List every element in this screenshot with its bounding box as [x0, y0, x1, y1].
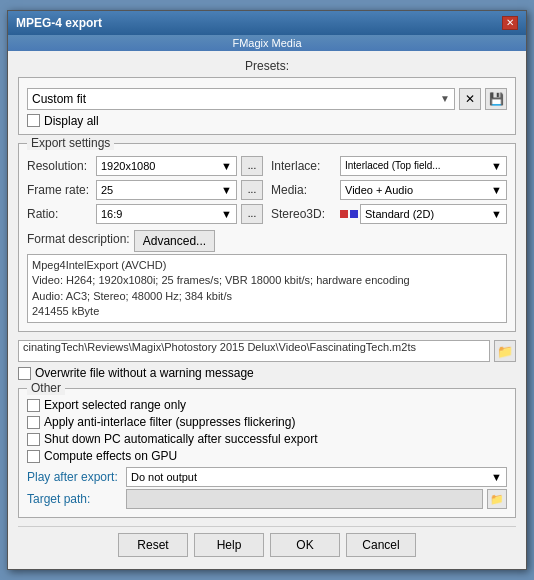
- ratio-dropdown[interactable]: 16:9 ▼: [96, 204, 237, 224]
- frame-rate-value: 25: [101, 184, 113, 196]
- other-group-title: Other: [27, 381, 65, 395]
- stereo3d-label: Stereo3D:: [271, 207, 336, 221]
- browse-button[interactable]: 📁: [494, 340, 516, 362]
- resolution-dropdown-arrow: ▼: [221, 160, 232, 172]
- format-description-label: Format description:: [27, 230, 130, 246]
- other-option-3: Compute effects on GPU: [27, 449, 507, 463]
- media-dropdown[interactable]: Video + Audio ▼: [340, 180, 507, 200]
- overwrite-label: Overwrite file without a warning message: [35, 366, 254, 380]
- gpu-label: Compute effects on GPU: [44, 449, 177, 463]
- anti-interlace-label: Apply anti-interlace filter (suppresses …: [44, 415, 295, 429]
- bottom-buttons: Reset Help OK Cancel: [18, 526, 516, 561]
- export-settings-title: Export settings: [27, 136, 114, 150]
- interlace-row: Interlace: Interlaced (Top field... ▼: [271, 156, 507, 176]
- shutdown-label: Shut down PC automatically after success…: [44, 432, 317, 446]
- interlace-value: Interlaced (Top field...: [345, 160, 441, 171]
- format-description-row: Format description: Advanced...: [27, 230, 507, 252]
- display-all-checkbox[interactable]: [27, 114, 40, 127]
- target-path-input[interactable]: [126, 489, 483, 509]
- window-title: MPEG-4 export: [16, 16, 102, 30]
- file-path-value: cinatingTech\Reviews\Magix\Photostory 20…: [23, 341, 416, 353]
- title-bar: MPEG-4 export ✕: [8, 11, 526, 35]
- export-range-label: Export selected range only: [44, 398, 186, 412]
- title-bar-controls: ✕: [502, 16, 518, 30]
- settings-right-col: Interlace: Interlaced (Top field... ▼ Me…: [271, 156, 507, 224]
- app-banner: FMagix Media: [8, 35, 526, 51]
- other-option-1: Apply anti-interlace filter (suppresses …: [27, 415, 507, 429]
- resolution-row: Resolution: 1920x1080 ▼ ...: [27, 156, 263, 176]
- play-after-label: Play after export:: [27, 470, 122, 484]
- media-dropdown-arrow: ▼: [491, 184, 502, 196]
- resolution-label: Resolution:: [27, 159, 92, 173]
- play-after-dropdown-arrow: ▼: [491, 471, 502, 483]
- presets-dropdown-arrow: ▼: [440, 93, 450, 104]
- help-button[interactable]: Help: [194, 533, 264, 557]
- settings-left-col: Resolution: 1920x1080 ▼ ... Frame rate: …: [27, 156, 263, 224]
- media-row: Media: Video + Audio ▼: [271, 180, 507, 200]
- close-button[interactable]: ✕: [502, 16, 518, 30]
- resolution-dropdown[interactable]: 1920x1080 ▼: [96, 156, 237, 176]
- interlace-dropdown-arrow: ▼: [491, 160, 502, 172]
- banner-text: FMagix Media: [232, 37, 301, 49]
- anti-interlace-checkbox[interactable]: [27, 416, 40, 429]
- file-path-row: cinatingTech\Reviews\Magix\Photostory 20…: [18, 340, 516, 362]
- other-option-2: Shut down PC automatically after success…: [27, 432, 507, 446]
- ratio-extra-button[interactable]: ...: [241, 204, 263, 224]
- ratio-label: Ratio:: [27, 207, 92, 221]
- main-window: MPEG-4 export ✕ FMagix Media Presets: Cu…: [7, 10, 527, 571]
- reset-button[interactable]: Reset: [118, 533, 188, 557]
- ratio-value: 16:9: [101, 208, 122, 220]
- cancel-button[interactable]: Cancel: [346, 533, 416, 557]
- presets-group: Custom fit ▼ ✕ 💾 Display all: [18, 77, 516, 135]
- play-after-row: Play after export: Do not output ▼: [27, 467, 507, 487]
- target-path-label: Target path:: [27, 492, 122, 506]
- stereo3d-dropdown-arrow: ▼: [491, 208, 502, 220]
- presets-clear-button[interactable]: ✕: [459, 88, 481, 110]
- presets-dropdown[interactable]: Custom fit ▼: [27, 88, 455, 110]
- other-options: Export selected range only Apply anti-in…: [27, 398, 507, 463]
- stereo3d-red-icon: [340, 210, 348, 218]
- frame-rate-extra-button[interactable]: ...: [241, 180, 263, 200]
- display-all-row: Display all: [27, 114, 507, 128]
- resolution-value: 1920x1080: [101, 160, 155, 172]
- presets-save-button[interactable]: 💾: [485, 88, 507, 110]
- stereo3d-dropdown[interactable]: Standard (2D) ▼: [360, 204, 507, 224]
- format-description-box: Mpeg4IntelExport (AVCHD) Video: H264; 19…: [27, 254, 507, 324]
- export-settings-group: Export settings Resolution: 1920x1080 ▼ …: [18, 143, 516, 333]
- gpu-checkbox[interactable]: [27, 450, 40, 463]
- other-group: Other Export selected range only Apply a…: [18, 388, 516, 518]
- frame-rate-dropdown-arrow: ▼: [221, 184, 232, 196]
- media-label: Media:: [271, 183, 336, 197]
- target-path-row: Target path: 📁: [27, 489, 507, 509]
- interlace-dropdown[interactable]: Interlaced (Top field... ▼: [340, 156, 507, 176]
- shutdown-checkbox[interactable]: [27, 433, 40, 446]
- media-value: Video + Audio: [345, 184, 413, 196]
- display-all-label: Display all: [44, 114, 99, 128]
- frame-rate-label: Frame rate:: [27, 183, 92, 197]
- overwrite-checkbox[interactable]: [18, 367, 31, 380]
- ok-button[interactable]: OK: [270, 533, 340, 557]
- play-after-value: Do not output: [131, 471, 197, 483]
- advanced-button[interactable]: Advanced...: [134, 230, 215, 252]
- stereo3d-value: Standard (2D): [365, 208, 434, 220]
- frame-rate-row: Frame rate: 25 ▼ ...: [27, 180, 263, 200]
- export-range-checkbox[interactable]: [27, 399, 40, 412]
- ratio-dropdown-arrow: ▼: [221, 208, 232, 220]
- presets-value: Custom fit: [32, 92, 86, 106]
- frame-rate-dropdown[interactable]: 25 ▼: [96, 180, 237, 200]
- resolution-extra-button[interactable]: ...: [241, 156, 263, 176]
- interlace-label: Interlace:: [271, 159, 336, 173]
- overwrite-row: Overwrite file without a warning message: [18, 366, 516, 380]
- other-option-0: Export selected range only: [27, 398, 507, 412]
- window-body: Presets: Custom fit ▼ ✕ 💾 Display all Ex…: [8, 51, 526, 570]
- ratio-row: Ratio: 16:9 ▼ ...: [27, 204, 263, 224]
- settings-grid: Resolution: 1920x1080 ▼ ... Frame rate: …: [27, 156, 507, 224]
- target-path-browse-button[interactable]: 📁: [487, 489, 507, 509]
- presets-row: Custom fit ▼ ✕ 💾: [27, 88, 507, 110]
- file-path-input[interactable]: cinatingTech\Reviews\Magix\Photostory 20…: [18, 340, 490, 362]
- presets-section-label: Presets:: [18, 59, 516, 73]
- stereo3d-row: Stereo3D: Standard (2D) ▼: [271, 204, 507, 224]
- stereo3d-blue-icon: [350, 210, 358, 218]
- play-after-dropdown[interactable]: Do not output ▼: [126, 467, 507, 487]
